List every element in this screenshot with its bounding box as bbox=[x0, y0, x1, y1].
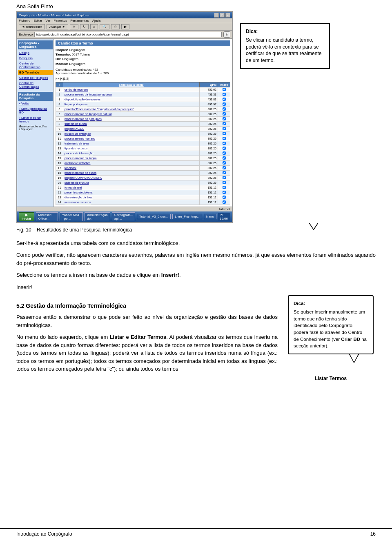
menu-editar[interactable]: Editar bbox=[33, 19, 42, 22]
back-button[interactable]: ◄ Retroceder bbox=[19, 24, 45, 29]
dica1-title: Dica: bbox=[246, 28, 324, 35]
menu-ficheiro[interactable]: Ficheiro bbox=[19, 19, 30, 22]
sidebar-item-pesquisa[interactable]: Pesquisa bbox=[18, 56, 53, 61]
term-cell[interactable]: projecto 'Processamento Computacional do… bbox=[63, 107, 200, 111]
home-button[interactable]: ⌂ bbox=[90, 24, 98, 29]
table-row: 16analisador sintáctico302.25 bbox=[56, 160, 230, 165]
term-cell[interactable]: projecto COMPARA/DISINFA bbox=[63, 175, 200, 180]
nav-controls[interactable]: |<<|<|1|2| bbox=[56, 77, 230, 80]
inserir-cell[interactable] bbox=[218, 97, 230, 102]
term-cell[interactable]: disseminação da área bbox=[63, 195, 200, 200]
term-cell[interactable]: módulo de avaliação bbox=[63, 131, 200, 136]
stop-button[interactable]: ✕ bbox=[70, 24, 78, 29]
term-cell[interactable]: centro de recursos bbox=[63, 87, 200, 92]
inserir-cell[interactable] bbox=[218, 102, 230, 107]
taskbar-tutorial[interactable]: Tutorial_V3_5.doc... bbox=[137, 214, 171, 219]
refresh-button[interactable]: ↻ bbox=[80, 24, 89, 29]
term-cell[interactable]: processamento da língua bbox=[63, 156, 200, 160]
sidebar-result-voltar[interactable]: • Voltar bbox=[18, 101, 53, 106]
footer-right: 16 bbox=[370, 531, 376, 537]
inserir-cell[interactable] bbox=[218, 180, 230, 185]
term-cell[interactable]: processamento do português bbox=[63, 116, 200, 121]
term-cell[interactable]: acesso aos recursos bbox=[63, 200, 200, 205]
minimize-button[interactable]: _ bbox=[214, 13, 219, 18]
taskbar-livre[interactable]: Livre_Fran.tmp... bbox=[172, 214, 202, 219]
term-cell[interactable]: sistema de busca bbox=[63, 121, 200, 126]
term-cell[interactable]: processamento de linguagem natural bbox=[63, 111, 200, 116]
sidebar-item-bd[interactable]: BD-Terminós bbox=[18, 70, 53, 75]
multimedia-button[interactable]: ▶ bbox=[121, 24, 129, 29]
inserir-cell[interactable] bbox=[218, 175, 230, 180]
taskbar-nano[interactable]: Nano bbox=[204, 214, 216, 219]
inserir-cell[interactable] bbox=[218, 131, 230, 136]
sidebar-item-desejo[interactable]: Desejo bbox=[18, 50, 53, 56]
term-cell[interactable]: presente projectoterra bbox=[63, 190, 200, 195]
inserir-cell[interactable] bbox=[218, 116, 230, 121]
qpm-cell: 302.25 bbox=[200, 131, 218, 136]
inserir-cell[interactable] bbox=[218, 185, 230, 190]
inserir-cell[interactable] bbox=[218, 160, 230, 165]
menu-favoritos[interactable]: Favoritos bbox=[53, 19, 67, 22]
menu-ver[interactable]: Ver bbox=[45, 19, 50, 22]
go-button[interactable]: Ir bbox=[223, 31, 230, 38]
table-row: 2processamento da língua portuguesa453.3… bbox=[56, 92, 230, 97]
sidebar-result-menu[interactable]: • Menu principal da BD bbox=[18, 106, 53, 115]
inserir-cell[interactable] bbox=[218, 151, 230, 156]
inserir-cell[interactable] bbox=[218, 200, 230, 205]
sidebar-item-centro[interactable]: Centro de Conhecimento bbox=[18, 61, 53, 70]
sidebar-result-title: Resultado da Pesquisa bbox=[18, 92, 53, 101]
taskbar-yahoo[interactable]: Yahoo! Mail - poi... bbox=[60, 212, 83, 221]
start-button[interactable]: ▶ Iniciar bbox=[19, 212, 34, 221]
inserir-cell[interactable] bbox=[218, 170, 230, 175]
search-button[interactable]: 🔍 bbox=[100, 24, 109, 29]
term-cell[interactable]: sistema de procura bbox=[63, 180, 200, 185]
maximize-button[interactable]: □ bbox=[220, 13, 225, 18]
menu-ferramentas[interactable]: Ferramentas bbox=[70, 19, 89, 22]
inserir-cell[interactable] bbox=[218, 107, 230, 111]
term-cell[interactable]: processamento humano bbox=[63, 136, 200, 141]
term-cell[interactable]: fornecida real bbox=[63, 185, 200, 190]
term-cell[interactable]: processamento de busca bbox=[63, 170, 200, 175]
inserir-cell[interactable] bbox=[218, 190, 230, 195]
term-cell[interactable]: tratamento da área bbox=[63, 141, 200, 146]
inserir-cell[interactable] bbox=[218, 92, 230, 97]
inserir-cell[interactable] bbox=[218, 146, 230, 151]
address-input[interactable] bbox=[34, 32, 222, 37]
term-cell[interactable]: língua portuguesa bbox=[63, 102, 200, 107]
col-header-candidate[interactable]: candidato a termo bbox=[63, 82, 200, 87]
inserir-cell[interactable] bbox=[218, 195, 230, 200]
table-row: 7processamento do português302.25 bbox=[56, 116, 230, 121]
qpm-cell: 151.12 bbox=[200, 200, 218, 205]
qpm-cell: 302.25 bbox=[200, 156, 218, 160]
row-num-cell: 9 bbox=[56, 126, 63, 131]
taskbar-office[interactable]: Microsoft Office... bbox=[36, 212, 58, 221]
inserir-cell[interactable] bbox=[218, 136, 230, 141]
inserir-cell[interactable] bbox=[218, 156, 230, 160]
close-button[interactable]: × bbox=[225, 13, 230, 18]
term-cell[interactable]: tipos dos recursos bbox=[63, 146, 200, 151]
inserir-cell[interactable] bbox=[218, 165, 230, 170]
term-cell[interactable]: tabelador bbox=[63, 165, 200, 170]
sidebar-result-listar[interactable]: • Listar e editar termos bbox=[18, 115, 53, 124]
favorites-button[interactable]: ☆ bbox=[111, 24, 120, 29]
taskbar-corpografo[interactable]: Corpógrafo - apli... bbox=[112, 212, 135, 221]
menu-ajuda[interactable]: Ajuda bbox=[92, 19, 100, 22]
inserir-cell[interactable] bbox=[218, 87, 230, 92]
term-cell[interactable]: procura de informação bbox=[63, 151, 200, 156]
dica1-box: Dica: Se clicar no candidato a termo, po… bbox=[240, 23, 330, 69]
inserir-cell[interactable] bbox=[218, 111, 230, 116]
inserir-cell[interactable] bbox=[218, 126, 230, 131]
taskbar-admin[interactable]: Administração do... bbox=[85, 212, 110, 221]
inserir-bold: Inserir! bbox=[161, 272, 179, 278]
term-cell[interactable]: disponibilização de recursos bbox=[63, 97, 200, 102]
browser-titlebar: Corpógrafo - Mozilla - Microsoft Interne… bbox=[17, 12, 232, 18]
term-cell[interactable]: analisador sintáctico bbox=[63, 160, 200, 165]
term-cell[interactable]: processamento da língua portuguesa bbox=[63, 92, 200, 97]
term-cell[interactable]: projecto AC/DC bbox=[63, 126, 200, 131]
forward-button[interactable]: Avançar ► bbox=[47, 24, 68, 29]
sidebar-item-comunicacao[interactable]: Centro de Comunicação bbox=[18, 80, 53, 89]
inserir-cell[interactable] bbox=[218, 121, 230, 126]
dica2-title: Dica: bbox=[294, 300, 368, 307]
sidebar-item-gestor[interactable]: Gestor de Relações bbox=[18, 75, 53, 80]
inserir-cell[interactable] bbox=[218, 141, 230, 146]
